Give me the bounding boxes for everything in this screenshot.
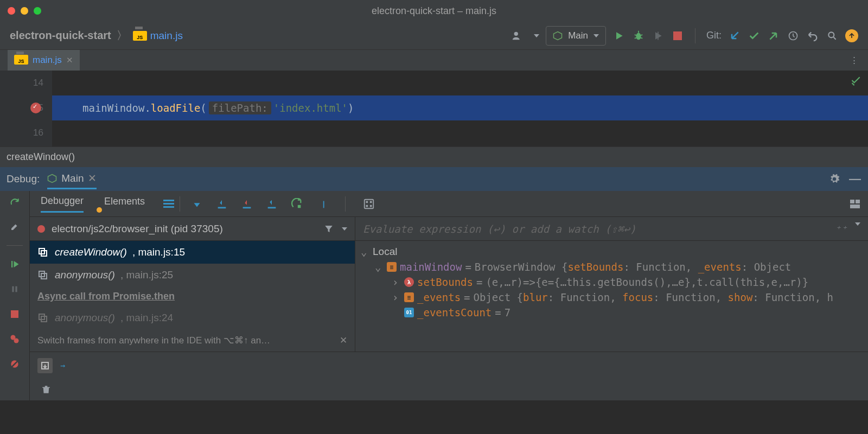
step-out-icon[interactable] [266,198,278,210]
evaluate-expression-icon[interactable] [363,198,375,210]
modify-run-config-icon[interactable] [8,220,21,233]
variables-tree[interactable]: ⌄Local ⌄ ≡ mainWindow = BrowserWindow {s… [355,241,868,323]
js-file-icon: JS [14,55,28,65]
svg-line-6 [635,37,637,38]
debug-button[interactable] [632,29,645,42]
breadcrumb-file[interactable]: JS main.js [133,30,183,42]
revert-icon[interactable] [806,29,819,42]
svg-rect-28 [370,201,372,203]
close-tab-icon[interactable]: ✕ [66,55,73,65]
code-editor[interactable]: 14 15 16 mainWindow.loadFile(filePath:'i… [0,71,868,146]
frame-function: anonymous() [55,312,115,324]
line-number: 16 [33,127,43,138]
titlebar: electron-quick-start – main.js [0,0,868,22]
add-watch-icon[interactable]: ⁺⁺ [834,222,847,235]
ide-updates-icon[interactable] [845,29,858,42]
trash-icon[interactable] [40,383,53,396]
close-tip-icon[interactable]: ✕ [340,335,347,346]
pause-icon[interactable] [8,283,21,296]
thread-name: electron/js2c/browser_init (pid 37305) [52,223,223,235]
stack-frame[interactable]: anonymous(), main.js:25 [30,264,355,286]
svg-point-0 [514,31,518,35]
git-commit-icon[interactable] [748,29,761,42]
run-button[interactable] [612,29,626,42]
code-line-15-execution[interactable]: mainWindow.loadFile(filePath:'index.html… [52,95,868,120]
git-update-icon[interactable] [728,29,741,42]
expand-icon[interactable]: › [392,276,401,288]
thread-selector[interactable]: electron/js2c/browser_init (pid 37305) [30,217,355,241]
layout-settings-icon[interactable] [848,197,861,210]
eval-placeholder: Evaluate expression (↩) or add a watch (… [363,223,636,235]
dropdown-caret-icon[interactable] [342,227,347,231]
frame-location: , main.js:24 [120,312,173,324]
resume-icon[interactable] [8,258,21,271]
close-window-icon[interactable] [8,7,15,15]
variable-row[interactable]: › λ setBounds = (e,…r)=>{e={…this.getBou… [355,275,868,290]
dropdown-caret-icon[interactable] [855,222,860,226]
inspection-ok-icon[interactable] [851,75,861,86]
tab-debugger[interactable]: Debugger [41,195,84,213]
svg-rect-33 [850,205,860,208]
variable-row[interactable]: › ≡ _events = Object {blur: Function, fo… [355,290,868,305]
frame-location: , main.js:25 [120,269,173,281]
history-icon[interactable] [787,29,800,42]
object-icon: ≡ [387,262,397,272]
show-execution-point-icon[interactable] [191,198,203,210]
svg-rect-27 [366,201,368,203]
variable-row[interactable]: ⌄ ≡ mainWindow = BrowserWindow {setBound… [355,259,868,275]
editor-tab-mainjs[interactable]: JS main.js ✕ [8,50,80,71]
minimize-window-icon[interactable] [21,7,28,15]
nodejs-icon [47,173,57,184]
code-line-14[interactable] [52,71,868,95]
frame-function: createWindow() [55,246,127,258]
view-breakpoints-icon[interactable] [8,333,21,346]
breadcrumbs-bar[interactable]: createWindow() [0,146,868,167]
drop-frame-icon[interactable] [316,198,328,210]
code-with-me-icon[interactable] [511,29,524,42]
hide-panel-icon[interactable]: — [848,173,861,186]
step-over-icon[interactable] [216,198,228,210]
breakpoint-icon[interactable] [30,103,41,113]
stop-button[interactable] [671,29,684,42]
tab-options-icon[interactable]: ⋮ [847,54,860,67]
mute-breakpoints-icon[interactable] [8,358,21,371]
run-coverage-button[interactable] [652,29,665,42]
git-push-icon[interactable] [767,29,780,42]
collapse-icon[interactable]: ⌄ [375,261,384,273]
zoom-window-icon[interactable] [34,7,41,15]
close-session-icon[interactable]: ✕ [88,172,97,184]
nodejs-icon [553,30,563,41]
svg-rect-12 [12,286,14,292]
breadcrumb-project[interactable]: electron-quick-start [10,29,111,42]
expand-icon[interactable]: › [392,291,401,303]
search-icon[interactable] [826,29,839,42]
debug-console[interactable]: → [30,352,868,379]
dropdown-caret-icon[interactable] [534,34,539,37]
js-file-icon: JS [133,31,147,41]
debug-left-toolbar [0,191,30,400]
var-name: mainWindow [400,261,462,273]
run-configuration-selector[interactable]: Main [546,26,606,46]
threads-view-icon[interactable] [162,197,175,210]
collapse-icon[interactable]: ⌄ [361,246,369,258]
stop-debug-icon[interactable] [8,308,21,321]
code-line-16[interactable] [52,120,868,145]
parameter-hint: filePath: [209,101,271,114]
rerun-icon[interactable] [8,195,21,208]
debug-session-tab[interactable]: Main ✕ [47,172,97,189]
stack-frame[interactable]: anonymous(), main.js:24 [30,307,355,329]
evaluate-expression-input[interactable]: Evaluate expression (↩) or add a watch (… [355,217,868,241]
svg-line-5 [641,35,643,35]
debug-label: Debug: [7,173,40,185]
stack-frame[interactable]: createWindow(), main.js:15 [30,241,355,264]
filter-icon[interactable] [322,222,335,235]
tab-elements[interactable]: Elements [104,196,145,212]
console-toggle-icon[interactable] [37,358,53,373]
thread-status-icon [37,225,45,233]
context-function: createWindow() [7,151,75,163]
lambda-icon: λ [404,277,414,287]
debug-settings-icon[interactable] [828,173,841,186]
variable-row[interactable]: 01 _eventsCount = 7 [355,305,868,320]
step-into-icon[interactable] [241,198,253,210]
run-to-cursor-icon[interactable] [291,198,303,210]
